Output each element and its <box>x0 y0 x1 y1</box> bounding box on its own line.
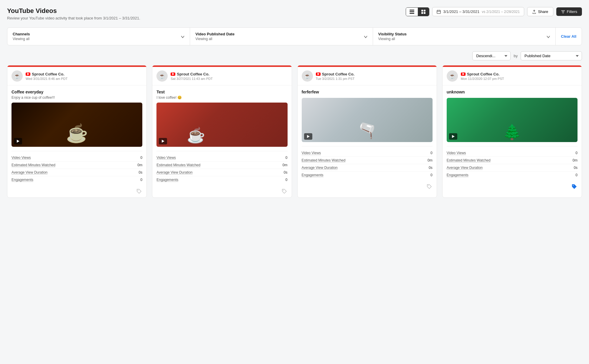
video-views-label: Video Views <box>302 151 321 155</box>
play-icon <box>449 133 457 140</box>
svg-rect-2 <box>410 13 414 14</box>
video-views-value: 0 <box>141 156 143 160</box>
card-channel-info: ☕ Sprout Coffee Co. Mon 11/2/2020 12:07 … <box>443 67 582 85</box>
svg-point-21 <box>573 185 573 186</box>
date-range-button[interactable]: 3/1/2021 – 3/31/2021 vs 2/1/2021 – 2/28/… <box>432 7 524 16</box>
visibility-filter-value: Viewing all <box>378 37 407 41</box>
tag-icon[interactable] <box>136 189 142 195</box>
visibility-filter[interactable]: Visibility Status Viewing all <box>373 28 556 45</box>
stat-row-views: Video Views 0 <box>11 154 142 162</box>
card-content: ferferfew Video Views 0 Estimated Minute… <box>298 85 437 182</box>
published-date-filter-value: Viewing all <box>195 37 235 41</box>
play-icon <box>14 138 22 144</box>
stat-row-engagements: Engagements 0 <box>447 172 578 179</box>
sort-field-select[interactable]: Published Date Video Views Estimated Min… <box>521 51 582 60</box>
card-stats: Video Views 0 Estimated Minutes Watched … <box>156 151 287 183</box>
engagements-label: Engagements <box>11 178 33 182</box>
channels-filter[interactable]: Channels Viewing all <box>7 28 190 45</box>
published-date-filter-label: Video Published Date <box>195 32 235 36</box>
page-title-group: YouTube Videos Review your YouTube video… <box>7 7 140 20</box>
video-views-value: 0 <box>286 156 288 160</box>
video-thumbnail[interactable] <box>11 103 142 147</box>
video-thumbnail[interactable] <box>447 98 578 142</box>
svg-marker-18 <box>307 135 310 138</box>
channel-text: Sprout Coffee Co. Wed 3/31/2021 8:46 am … <box>26 72 67 80</box>
stat-row-duration: Average View Duration 0s <box>302 164 433 172</box>
svg-rect-0 <box>410 10 414 11</box>
page-title: YouTube Videos <box>7 7 140 15</box>
svg-rect-1 <box>410 11 414 12</box>
video-views-label: Video Views <box>447 151 466 155</box>
share-button[interactable]: Share <box>527 7 553 16</box>
stat-row-engagements: Engagements 0 <box>11 176 142 183</box>
stat-row-minutes: Estimated Minutes Watched 0m <box>156 162 287 169</box>
stat-row-minutes: Estimated Minutes Watched 0m <box>11 162 142 169</box>
engagements-value: 0 <box>286 178 288 182</box>
share-label: Share <box>538 9 548 14</box>
play-icon <box>159 138 167 144</box>
video-card-2[interactable]: ☕ Sprout Coffee Co. Tue 3/2/2021 1:31 pm… <box>297 65 437 198</box>
play-icon <box>304 133 312 140</box>
channel-date: Tue 3/2/2021 1:31 pm PST <box>316 77 355 80</box>
avg-duration-label: Average View Duration <box>447 166 483 170</box>
est-minutes-label: Estimated Minutes Watched <box>302 158 346 162</box>
svg-marker-20 <box>452 135 455 138</box>
channels-chevron-icon <box>181 34 184 39</box>
channel-text: Sprout Coffee Co. Tue 3/2/2021 1:31 pm P… <box>316 72 355 80</box>
stat-row-views: Video Views 0 <box>302 149 433 157</box>
card-stats: Video Views 0 Estimated Minutes Watched … <box>11 151 142 183</box>
card-footer <box>443 182 582 193</box>
filters-button[interactable]: Filters <box>556 7 582 16</box>
video-views-value: 0 <box>575 151 578 155</box>
clear-all-button[interactable]: Clear All <box>556 28 582 45</box>
youtube-icon <box>26 73 30 76</box>
page-header: YouTube Videos Review your YouTube video… <box>7 7 582 20</box>
filters-label: Filters <box>567 9 577 14</box>
svg-point-17 <box>283 190 283 190</box>
channel-date: Mon 11/2/2020 12:07 pm PST <box>461 77 504 80</box>
page-subtitle: Review your YouTube video activity that … <box>7 16 140 20</box>
list-view-button[interactable] <box>406 8 418 16</box>
channel-date: Wed 3/31/2021 8:46 am PDT <box>26 77 67 80</box>
sort-order-select[interactable]: Descendi... Ascending <box>472 51 511 60</box>
card-stats: Video Views 0 Estimated Minutes Watched … <box>447 146 578 179</box>
avg-duration-label: Average View Duration <box>156 170 192 174</box>
stat-row-engagements: Engagements 0 <box>302 172 433 179</box>
youtube-icon <box>316 73 321 76</box>
svg-point-19 <box>428 185 428 186</box>
card-footer <box>152 186 291 197</box>
cards-grid: ☕ Sprout Coffee Co. Wed 3/31/2021 8:46 a… <box>7 65 582 198</box>
video-thumbnail[interactable] <box>156 103 287 147</box>
published-date-chevron-icon <box>364 34 367 39</box>
est-minutes-value: 0m <box>428 158 433 162</box>
svg-rect-5 <box>421 12 423 14</box>
tag-icon[interactable] <box>282 189 288 195</box>
grid-view-button[interactable] <box>418 8 429 16</box>
video-card-3[interactable]: ☕ Sprout Coffee Co. Mon 11/2/2020 12:07 … <box>442 65 582 198</box>
svg-point-15 <box>138 190 138 190</box>
published-date-filter[interactable]: Video Published Date Viewing all <box>190 28 373 45</box>
channel-name: Sprout Coffee Co. <box>316 72 355 76</box>
channels-filter-value: Viewing all <box>13 37 30 41</box>
stat-row-duration: Average View Duration 0s <box>156 169 287 176</box>
youtube-icon <box>171 73 175 76</box>
tag-icon[interactable] <box>572 184 578 190</box>
stat-row-engagements: Engagements 0 <box>156 176 287 183</box>
channel-name: Sprout Coffee Co. <box>26 72 67 76</box>
est-minutes-label: Estimated Minutes Watched <box>11 163 55 167</box>
engagements-value: 0 <box>430 173 433 177</box>
video-thumbnail[interactable] <box>302 98 433 142</box>
tag-icon[interactable] <box>427 184 433 190</box>
channel-text: Sprout Coffee Co. Sat 3/27/2021 11:43 am… <box>171 72 212 80</box>
stat-row-views: Video Views 0 <box>156 154 287 162</box>
sort-bar: Descendi... Ascending by Published Date … <box>7 51 582 60</box>
est-minutes-value: 0m <box>572 158 578 162</box>
est-minutes-value: 0m <box>283 163 288 167</box>
video-card-0[interactable]: ☕ Sprout Coffee Co. Wed 3/31/2021 8:46 a… <box>7 65 147 198</box>
channel-date: Sat 3/27/2021 11:43 am PDT <box>171 77 212 80</box>
view-toggle <box>406 7 429 16</box>
avg-duration-value: 0s <box>139 170 143 174</box>
channel-name: Sprout Coffee Co. <box>461 72 504 76</box>
video-card-1[interactable]: ☕ Sprout Coffee Co. Sat 3/27/2021 11:43 … <box>152 65 292 198</box>
channel-avatar: ☕ <box>156 70 168 82</box>
